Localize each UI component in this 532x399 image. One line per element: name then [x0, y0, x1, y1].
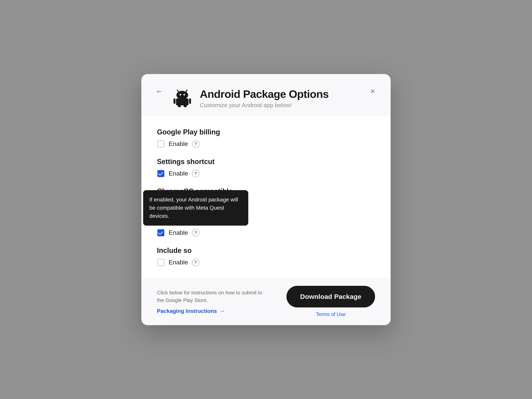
download-package-button[interactable]: Download Package: [286, 286, 375, 308]
modal-footer: Click below for instructions on how to s…: [141, 278, 391, 325]
modal-subtitle: Customize your Android app below!: [200, 102, 329, 109]
option-google-play-billing: Google Play billing Enable ?: [157, 128, 375, 148]
checkbox-chromeos-compatible[interactable]: [157, 200, 164, 207]
checkbox-wrapper-chromeos-compatible[interactable]: [157, 199, 165, 207]
checkbox-settings-shortcut[interactable]: [157, 170, 164, 177]
checkbox-google-play-billing[interactable]: [157, 141, 164, 148]
svg-rect-6: [173, 98, 176, 104]
option-row-include-so: Enable ?: [157, 258, 375, 266]
svg-point-4: [184, 94, 185, 96]
tooltip-container-meta-quest: ? If enabled, your Android package will …: [192, 229, 199, 237]
enable-label-google-play-billing: Enable: [169, 140, 188, 148]
svg-point-3: [180, 94, 181, 96]
option-title-google-play-billing: Google Play billing: [157, 128, 375, 136]
modal-content: Google Play billing Enable ? Settings sh…: [141, 116, 391, 278]
packaging-instructions-label: Packaging Instructions: [157, 308, 217, 314]
packaging-link-arrow-icon: →: [219, 308, 225, 314]
svg-rect-9: [184, 105, 187, 107]
option-row-meta-quest-compatible: Enable ? If enabled, your Android packag…: [157, 229, 375, 237]
back-button[interactable]: ←: [153, 85, 165, 97]
packaging-instructions-link[interactable]: Packaging Instructions →: [157, 308, 266, 314]
option-row-chromeos-compatible: Enable ?: [157, 199, 375, 207]
modal-header: ← × Android Package Options: [141, 74, 391, 116]
option-row-google-play-billing: Enable ?: [157, 140, 375, 148]
android-icon: [172, 88, 192, 107]
checkbox-include-so[interactable]: [157, 259, 164, 266]
enable-label-include-so: Enable: [169, 259, 188, 266]
checkbox-wrapper-include-so[interactable]: [157, 258, 165, 266]
svg-rect-8: [178, 105, 181, 107]
option-row-settings-shortcut: Enable ?: [157, 170, 375, 178]
svg-rect-7: [189, 98, 191, 104]
help-icon-google-play-billing[interactable]: ?: [192, 140, 199, 148]
enable-label-meta-quest-compatible: Enable: [169, 229, 188, 236]
footer-left: Click below for instructions on how to s…: [157, 289, 266, 314]
terms-of-use-link[interactable]: Terms of Use: [316, 311, 346, 317]
option-include-so: Include so Enable ?: [157, 246, 375, 266]
modal-title: Android Package Options: [200, 88, 329, 100]
help-icon-settings-shortcut[interactable]: ?: [192, 170, 199, 177]
back-arrow-icon: ←: [155, 87, 163, 95]
option-title-include-so: Include so: [157, 246, 375, 255]
close-button[interactable]: ×: [367, 85, 379, 97]
android-package-modal: ← × Android Package Options: [141, 74, 391, 325]
checkbox-wrapper-settings-shortcut[interactable]: [157, 170, 165, 178]
option-title-chromeos-compatible: ChromeOS compatible: [157, 187, 375, 195]
option-title-settings-shortcut: Settings shortcut: [157, 158, 375, 166]
footer-instruction: Click below for instructions on how to s…: [157, 289, 266, 304]
option-meta-quest-compatible: Meta Quest compatible Enable ? If enable…: [157, 217, 375, 237]
svg-rect-5: [176, 98, 189, 105]
help-icon-include-so[interactable]: ?: [192, 259, 199, 266]
checkbox-wrapper-meta-quest-compatible[interactable]: [157, 229, 165, 237]
option-title-meta-quest-compatible: Meta Quest compatible: [157, 217, 375, 225]
checkbox-meta-quest-compatible[interactable]: [157, 229, 164, 236]
header-text: Android Package Options Customize your A…: [200, 86, 329, 109]
close-icon: ×: [370, 87, 375, 95]
enable-label-chromeos-compatible: Enable: [169, 200, 188, 207]
checkbox-wrapper-google-play-billing[interactable]: [157, 140, 165, 148]
option-settings-shortcut: Settings shortcut Enable ?: [157, 158, 375, 178]
footer-right: Download Package Terms of Use: [286, 286, 375, 317]
svg-point-2: [177, 91, 188, 99]
help-icon-meta-quest-compatible[interactable]: ? If enabled, your Android package will …: [192, 229, 199, 237]
enable-label-settings-shortcut: Enable: [169, 170, 188, 177]
help-icon-chromeos-compatible[interactable]: ?: [192, 200, 199, 207]
option-chromeos-compatible: ChromeOS compatible Enable ?: [157, 187, 375, 207]
